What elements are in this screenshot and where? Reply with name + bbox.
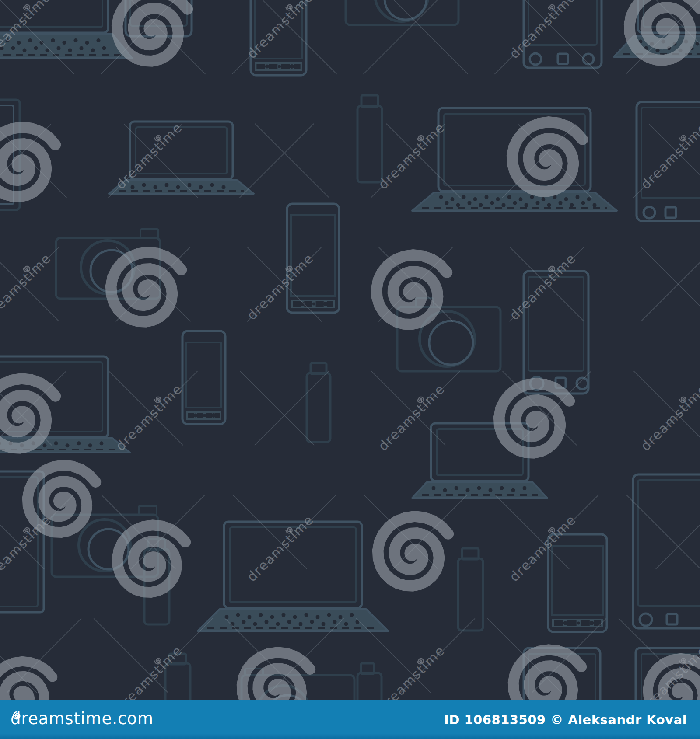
dreamstime-logo-text: dreamstime.com [10, 709, 154, 728]
stock-image-canvas: dreamstimedreamstimedreamstimedreamstime… [0, 0, 700, 739]
device-pattern-art: dreamstimedreamstimedreamstimedreamstime… [0, 0, 700, 700]
dreamstime-logo: dreamstime.com [10, 709, 154, 728]
dreamstime-spiral-icon [10, 709, 24, 722]
watermark-credit-bar: dreamstime.com ID 106813509 © Aleksandr … [0, 700, 700, 739]
image-credit-text: ID 106813509 © Aleksandr Koval [444, 712, 687, 727]
